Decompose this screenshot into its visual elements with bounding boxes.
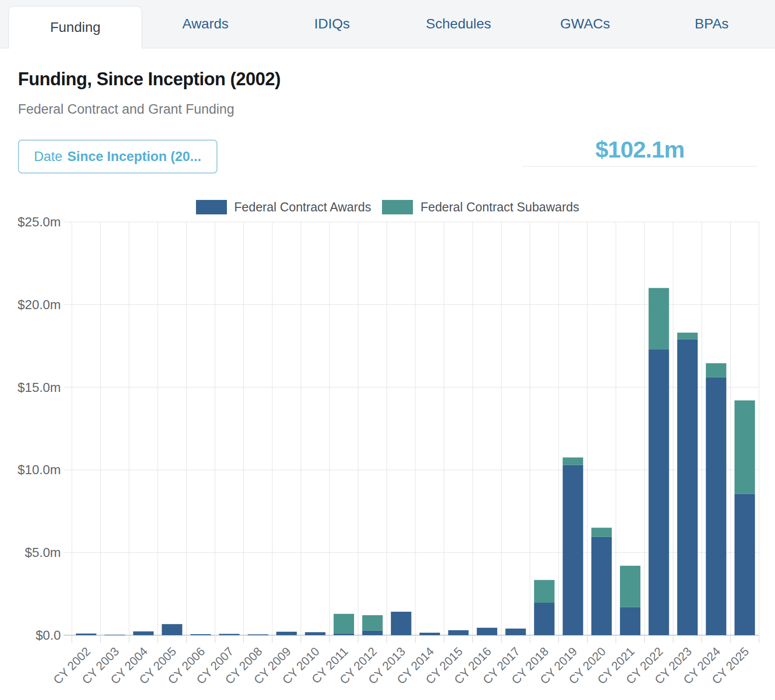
- y-axis-label: $10.0m: [17, 462, 61, 477]
- bar-awards-CY-2004[interactable]: [133, 631, 154, 635]
- funding-chart[interactable]: $0.0$5.0m$10.0m$15.0m$20.0m$25.0mCY 2002…: [0, 199, 775, 700]
- y-axis-label: $25.0m: [17, 214, 61, 229]
- tab-gwacs-label: GWACs: [560, 16, 610, 32]
- page-title: Funding, Since Inception (2002): [18, 69, 281, 90]
- tab-idiqs-label: IDIQs: [314, 16, 350, 32]
- tab-schedules[interactable]: Schedules: [395, 0, 522, 48]
- bar-subawards-CY-2018[interactable]: [534, 580, 555, 603]
- bar-awards-CY-2012[interactable]: [362, 631, 383, 635]
- tab-funding-label: Funding: [50, 19, 100, 35]
- tab-bpas[interactable]: BPAs: [648, 0, 775, 48]
- bar-awards-CY-2006[interactable]: [191, 634, 211, 635]
- bar-subawards-CY-2011[interactable]: [334, 614, 354, 633]
- bar-subawards-CY-2021[interactable]: [620, 566, 640, 607]
- bar-awards-CY-2019[interactable]: [563, 465, 583, 635]
- bar-awards-CY-2002[interactable]: [76, 634, 96, 635]
- bar-awards-CY-2014[interactable]: [419, 633, 440, 635]
- bar-awards-CY-2017[interactable]: [505, 629, 526, 635]
- y-axis-label: $20.0m: [17, 297, 61, 312]
- tab-idiqs[interactable]: IDIQs: [269, 0, 395, 48]
- total-funding-value: $102.1m: [523, 136, 757, 163]
- bar-awards-CY-2021[interactable]: [620, 607, 640, 635]
- date-filter-value: Since Inception (20...: [67, 149, 201, 165]
- bar-awards-CY-2015[interactable]: [448, 630, 469, 635]
- tab-funding[interactable]: Funding: [8, 6, 142, 48]
- bar-subawards-CY-2012[interactable]: [362, 615, 383, 631]
- bar-subawards-CY-2022[interactable]: [649, 288, 669, 350]
- y-axis-label: $15.0m: [17, 380, 61, 395]
- page-subtitle: Federal Contract and Grant Funding: [18, 102, 234, 117]
- bar-awards-CY-2020[interactable]: [591, 537, 612, 635]
- bar-subawards-CY-2019[interactable]: [563, 458, 583, 465]
- tab-awards[interactable]: Awards: [142, 0, 269, 48]
- bar-awards-CY-2013[interactable]: [391, 612, 411, 635]
- tab-schedules-label: Schedules: [426, 16, 491, 32]
- bar-awards-CY-2016[interactable]: [477, 628, 497, 635]
- bar-awards-CY-2007[interactable]: [219, 634, 239, 635]
- bar-awards-CY-2024[interactable]: [706, 377, 726, 635]
- bar-awards-CY-2023[interactable]: [677, 339, 698, 635]
- bar-awards-CY-2005[interactable]: [162, 624, 182, 635]
- date-filter-button[interactable]: Date Since Inception (20...: [18, 140, 217, 174]
- y-axis-label: $5.0m: [25, 545, 61, 560]
- bar-awards-CY-2003[interactable]: [105, 635, 125, 635]
- bar-awards-CY-2018[interactable]: [534, 603, 555, 635]
- bar-awards-CY-2010[interactable]: [305, 632, 326, 635]
- total-funding: $102.1m: [523, 136, 757, 167]
- tab-bar: Funding Awards IDIQs Schedules GWACs BPA…: [0, 0, 775, 48]
- tab-gwacs[interactable]: GWACs: [522, 0, 648, 48]
- bar-subawards-CY-2023[interactable]: [677, 333, 698, 339]
- bar-awards-CY-2008[interactable]: [248, 634, 268, 635]
- tab-awards-label: Awards: [182, 16, 228, 32]
- y-axis-label: $0.0: [35, 628, 61, 643]
- bar-subawards-CY-2020[interactable]: [591, 527, 612, 536]
- tab-bpas-label: BPAs: [695, 16, 729, 32]
- bar-awards-CY-2025[interactable]: [735, 494, 755, 635]
- bar-awards-CY-2011[interactable]: [334, 633, 354, 635]
- bar-awards-CY-2009[interactable]: [276, 632, 297, 635]
- bar-awards-CY-2022[interactable]: [649, 349, 669, 635]
- date-filter-prefix: Date: [34, 149, 62, 165]
- funding-dashboard: Funding Awards IDIQs Schedules GWACs BPA…: [0, 0, 775, 700]
- bar-subawards-CY-2025[interactable]: [735, 400, 755, 494]
- bar-subawards-CY-2024[interactable]: [706, 363, 726, 377]
